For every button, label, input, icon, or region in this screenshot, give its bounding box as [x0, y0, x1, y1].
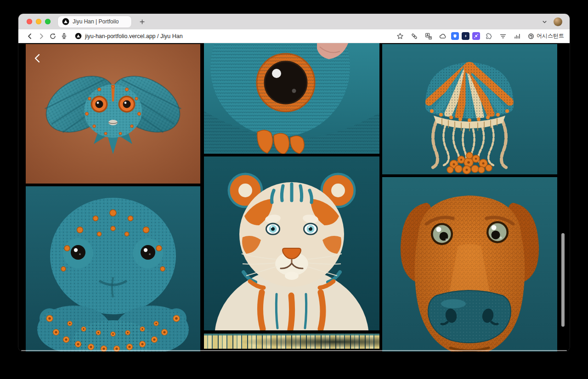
media-equalizer-icon[interactable]	[511, 31, 523, 41]
assistant-label: 어시스턴트	[537, 32, 564, 40]
url-text: jiyu-han-portfolio.vercel.app / Jiyu Han	[85, 33, 183, 39]
page-scrollbar-thumb[interactable]	[561, 233, 565, 327]
extension-blue-icon[interactable]	[451, 32, 459, 40]
microphone-icon[interactable]	[58, 31, 70, 41]
bookmark-star-icon[interactable]	[394, 31, 406, 41]
profile-avatar[interactable]	[554, 17, 562, 26]
translate-icon[interactable]	[423, 31, 434, 41]
gallery-item-octopus[interactable]	[26, 186, 200, 351]
window-bottom-edge-highlight	[21, 350, 567, 351]
window-controls	[27, 19, 51, 24]
copy-link-icon[interactable]	[408, 31, 420, 41]
reading-list-lines-icon[interactable]	[497, 31, 509, 41]
vercel-favicon-icon	[62, 18, 69, 25]
gallery-item-jellyfish[interactable]	[382, 44, 557, 174]
tiger-artwork	[204, 156, 379, 330]
tab-title: Jiyu Han | Portfoilo	[73, 18, 119, 25]
browser-window: Jiyu Han | Portfoilo	[18, 14, 570, 351]
gallery-back-button[interactable]	[30, 51, 44, 65]
bird-artwork	[204, 43, 379, 154]
site-favicon-icon	[75, 33, 82, 39]
address-bar[interactable]: jiyu-han-portfolio.vercel.app / Jiyu Han	[75, 33, 183, 39]
dog-artwork	[382, 177, 557, 351]
page-content	[18, 43, 570, 351]
octopus-artwork	[26, 186, 200, 351]
gallery-item-bird[interactable]	[204, 43, 379, 154]
toolbar-right: 어시스턴트	[394, 31, 564, 41]
cloud-icon[interactable]	[437, 31, 448, 41]
close-button[interactable]	[27, 19, 32, 24]
gallery-item-abstract-stripes[interactable]	[204, 334, 379, 349]
fish-artwork	[26, 44, 200, 184]
new-tab-button[interactable]	[137, 17, 147, 27]
gallery-item-dog[interactable]	[382, 177, 557, 351]
reload-icon[interactable]	[47, 31, 58, 41]
navigation-bar: jiyu-han-portfolio.vercel.app / Jiyu Han	[18, 29, 570, 43]
assistant-swirl-icon	[528, 33, 534, 39]
gallery-item-fish[interactable]	[26, 44, 200, 184]
minimize-button[interactable]	[36, 19, 41, 24]
tab-bar-right	[542, 17, 562, 26]
extension-purple-icon[interactable]	[472, 32, 480, 40]
extension-dark-icon[interactable]	[462, 32, 469, 40]
extensions-puzzle-icon[interactable]	[483, 31, 494, 41]
back-icon[interactable]	[24, 31, 35, 41]
forward-icon[interactable]	[35, 31, 47, 41]
gallery-item-tiger[interactable]	[204, 156, 379, 330]
jellyfish-artwork	[382, 44, 557, 174]
browser-tab[interactable]: Jiyu Han | Portfoilo	[58, 16, 131, 28]
tab-list-chevron-icon[interactable]	[542, 19, 548, 25]
zoom-button[interactable]	[45, 19, 51, 24]
assistant-button[interactable]: 어시스턴트	[528, 32, 564, 40]
tab-bar: Jiyu Han | Portfoilo	[18, 14, 570, 29]
